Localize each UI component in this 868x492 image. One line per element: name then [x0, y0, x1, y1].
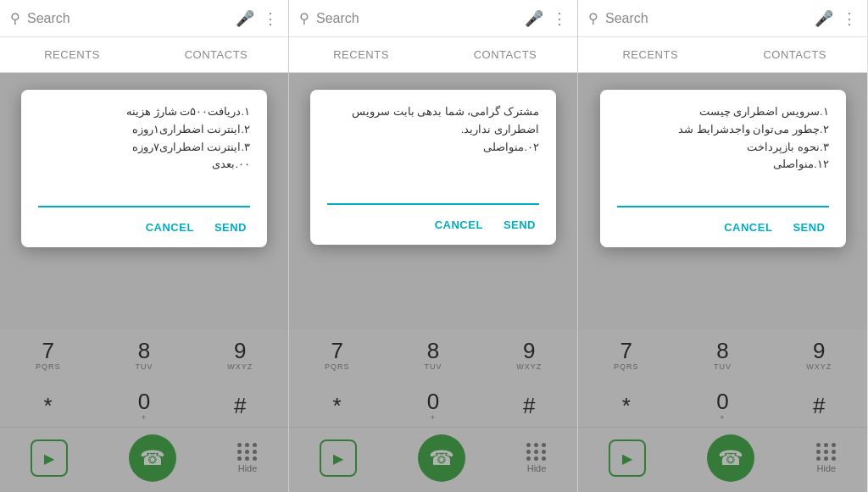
dialog-input[interactable] [38, 184, 250, 207]
tab-contacts[interactable]: CONTACTS [433, 37, 577, 72]
tab-recents[interactable]: RECENTS [0, 37, 144, 72]
send-button[interactable]: SEND [500, 215, 539, 235]
search-icon: ⚲ [10, 10, 20, 26]
search-icon: ⚲ [588, 10, 598, 26]
search-bar: ⚲ Search 🎤 ⋮ [289, 0, 577, 37]
mic-icon[interactable]: 🎤 [815, 9, 833, 28]
tab-contacts[interactable]: CONTACTS [144, 37, 288, 72]
more-icon[interactable]: ⋮ [552, 9, 567, 28]
tab-contacts[interactable]: CONTACTS [723, 37, 868, 72]
tabs: RECENTSCONTACTS [0, 37, 288, 73]
dialog: ۱.سرویس اضطراری چیست ۲.چطور می‌توان واجد… [600, 90, 846, 247]
dial-area: ۱.دریافت۵۰۰ت شارژ هزینه ۲.اینترنت اضطرار… [0, 73, 288, 492]
dialog: ۱.دریافت۵۰۰ت شارژ هزینه ۲.اینترنت اضطرار… [21, 90, 267, 247]
cancel-button[interactable]: CANCEL [142, 218, 198, 237]
phone-panel-panel1: ⚲ Search 🎤 ⋮ RECENTSCONTACTS۱.دریافت۵۰۰ت… [0, 0, 289, 492]
dialog-overlay: ۱.سرویس اضطراری چیست ۲.چطور می‌توان واجد… [578, 73, 867, 492]
tabs: RECENTSCONTACTS [289, 37, 577, 73]
dialog-message: ۱.دریافت۵۰۰ت شارژ هزینه ۲.اینترنت اضطرار… [38, 103, 250, 174]
dialog-actions: CANCELSEND [617, 218, 829, 237]
send-button[interactable]: SEND [211, 218, 250, 237]
dialog-overlay: مشترک گرامی، شما بدهی بابت سرویس اضطراری… [289, 73, 577, 492]
search-text: Search [605, 11, 815, 26]
send-button[interactable]: SEND [789, 218, 828, 237]
tab-recents[interactable]: RECENTS [289, 37, 433, 72]
phone-panel-panel2: ⚲ Search 🎤 ⋮ RECENTSCONTACTSمشترک گرامی،… [289, 0, 578, 492]
cancel-button[interactable]: CANCEL [721, 218, 776, 237]
dialog-message: ۱.سرویس اضطراری چیست ۲.چطور می‌توان واجد… [617, 103, 829, 174]
dialog-overlay: ۱.دریافت۵۰۰ت شارژ هزینه ۲.اینترنت اضطرار… [0, 73, 288, 492]
dialog-input[interactable] [327, 181, 539, 205]
search-text: Search [27, 11, 236, 26]
tabs: RECENTSCONTACTS [578, 37, 867, 73]
search-bar: ⚲ Search 🎤 ⋮ [578, 0, 867, 37]
dialog-actions: CANCELSEND [327, 215, 539, 235]
cancel-button[interactable]: CANCEL [431, 215, 487, 235]
dialog-input[interactable] [617, 184, 829, 207]
dial-area: مشترک گرامی، شما بدهی بابت سرویس اضطراری… [289, 73, 577, 492]
search-text: Search [316, 11, 525, 26]
mic-icon[interactable]: 🎤 [525, 9, 543, 28]
dialog-message: مشترک گرامی، شما بدهی بابت سرویس اضطراری… [327, 103, 539, 171]
dialog: مشترک گرامی، شما بدهی بابت سرویس اضطراری… [310, 90, 556, 245]
more-icon[interactable]: ⋮ [263, 9, 278, 28]
phone-panel-panel3: ⚲ Search 🎤 ⋮ RECENTSCONTACTS۱.سرویس اضطر… [578, 0, 867, 492]
dialog-actions: CANCELSEND [38, 218, 250, 237]
tab-recents[interactable]: RECENTS [578, 37, 723, 72]
search-bar: ⚲ Search 🎤 ⋮ [0, 0, 288, 37]
mic-icon[interactable]: 🎤 [236, 9, 254, 28]
dial-area: ۱.سرویس اضطراری چیست ۲.چطور می‌توان واجد… [578, 73, 867, 492]
more-icon[interactable]: ⋮ [842, 9, 857, 28]
search-icon: ⚲ [299, 10, 309, 26]
